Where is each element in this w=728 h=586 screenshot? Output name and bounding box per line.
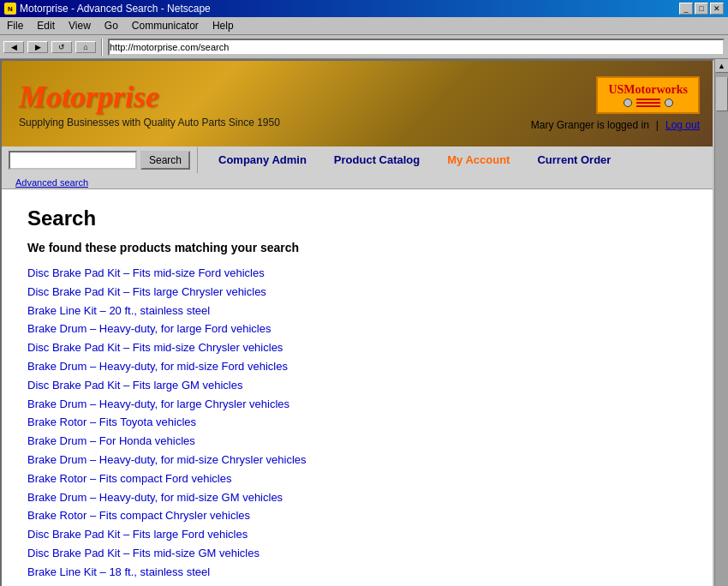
product-link[interactable]: Brake Drum – Heavy-duty, for mid-size Ch…: [27, 451, 687, 469]
brand-logo-graphic: [624, 99, 673, 107]
scrollbar-vertical[interactable]: ▲ ▼: [714, 59, 728, 586]
circle-right: [665, 99, 673, 107]
home-button[interactable]: ⌂: [75, 41, 96, 53]
scroll-thumb[interactable]: [716, 77, 728, 111]
content-area: Search We found these products matching …: [2, 189, 713, 586]
site-logo[interactable]: Motorprise: [19, 79, 280, 115]
product-link[interactable]: Brake Drum – Heavy-duty, for mid-size Fo…: [27, 358, 687, 376]
menu-go[interactable]: Go: [101, 19, 122, 33]
close-button[interactable]: ✕: [710, 3, 724, 15]
nav-bar: Search Company Admin Product Catalog My …: [2, 146, 713, 189]
product-link[interactable]: Disc Brake Pad Kit – Fits large Chrysler…: [27, 284, 687, 302]
product-link[interactable]: Brake Drum – Heavy-duty, for mid-size GM…: [27, 489, 687, 507]
scroll-track[interactable]: [715, 73, 729, 586]
product-link[interactable]: Brake Rotor – Fits compact Ford vehicles: [27, 470, 687, 488]
nav-links: Company Admin Product Catalog My Account…: [198, 146, 631, 173]
product-link[interactable]: Disc Brake Pad Kit – Fits large Ford veh…: [27, 526, 687, 544]
header-right: USMotorworks Mary Granger is: [518, 68, 713, 140]
back-button[interactable]: ◀: [3, 41, 24, 53]
page-title: Search: [27, 206, 687, 230]
results-header: We found these products matching your se…: [27, 241, 687, 254]
search-area: Search: [2, 147, 198, 173]
product-link[interactable]: Brake Drum – Heavy-duty, for large Chrys…: [27, 396, 687, 414]
line-1: [636, 99, 660, 100]
site-header: Motorprise Supplying Businesses with Qua…: [2, 61, 713, 146]
product-link[interactable]: Brake Rotor – Fits compact GM vehicles: [27, 583, 687, 586]
product-link[interactable]: Disc Brake Pad Kit – Fits mid-size Chrys…: [27, 339, 687, 357]
nav-company-admin[interactable]: Company Admin: [205, 146, 320, 173]
toolbar-sep: [101, 39, 103, 56]
product-link[interactable]: Brake Line Kit – 18 ft., stainless steel: [27, 564, 687, 582]
nav-product-catalog[interactable]: Product Catalog: [320, 146, 433, 173]
menu-communicator[interactable]: Communicator: [128, 19, 202, 33]
separator: |: [656, 119, 659, 131]
browser-inner: Motorprise Supplying Businesses with Qua…: [0, 59, 714, 586]
maximize-button[interactable]: □: [695, 3, 708, 15]
menu-help[interactable]: Help: [209, 19, 237, 33]
brand-lines: [636, 99, 660, 107]
nav-my-account[interactable]: My Account: [433, 146, 523, 173]
nav-wrapper: Search Company Admin Product Catalog My …: [2, 146, 631, 188]
search-button[interactable]: Search: [140, 151, 190, 170]
menu-edit[interactable]: Edit: [33, 19, 58, 33]
menubar: File Edit View Go Communicator Help: [0, 17, 728, 35]
user-info: Mary Granger is logged in | Log out: [531, 119, 700, 131]
toolbar: ◀ ▶ ↺ ⌂: [0, 35, 728, 59]
window-controls[interactable]: _ □ ✕: [679, 3, 724, 15]
line-3: [636, 105, 660, 107]
nav-current-order[interactable]: Current Order: [523, 146, 624, 173]
address-bar[interactable]: [108, 39, 725, 56]
app-icon: N: [4, 3, 16, 15]
product-link[interactable]: Disc Brake Pad Kit – Fits mid-size Ford …: [27, 265, 687, 283]
logout-link[interactable]: Log out: [665, 119, 700, 131]
user-greeting: Mary Granger is logged in: [531, 119, 649, 131]
product-link[interactable]: Brake Line Kit – 20 ft., stainless steel: [27, 302, 687, 320]
site-tagline: Supplying Businesses with Quality Auto P…: [19, 117, 280, 129]
browser-outer: Motorprise Supplying Businesses with Qua…: [0, 59, 728, 586]
reload-button[interactable]: ↺: [51, 41, 72, 53]
advanced-search-link[interactable]: Advanced search: [9, 177, 88, 188]
circle-left: [624, 99, 632, 107]
nav-search-section: Advanced search: [2, 173, 631, 188]
forward-button[interactable]: ▶: [27, 41, 48, 53]
product-list: Disc Brake Pad Kit – Fits mid-size Ford …: [27, 265, 687, 586]
product-link[interactable]: Brake Drum – Heavy-duty, for large Ford …: [27, 320, 687, 338]
browser-content: Motorprise Supplying Businesses with Qua…: [0, 59, 714, 586]
window-title: Motorprise - Advanced Search - Netscape: [20, 3, 211, 15]
titlebar: N Motorprise - Advanced Search - Netscap…: [0, 0, 728, 17]
line-2: [636, 102, 660, 104]
logo-area: Motorprise Supplying Businesses with Qua…: [2, 70, 297, 137]
menu-file[interactable]: File: [3, 19, 27, 33]
brand-logo-text: USMotorworks: [608, 83, 688, 97]
product-link[interactable]: Brake Rotor – Fits compact Chrysler vehi…: [27, 507, 687, 525]
product-link[interactable]: Disc Brake Pad Kit – Fits mid-size GM ve…: [27, 545, 687, 563]
search-input[interactable]: [9, 151, 137, 170]
product-link[interactable]: Brake Drum – For Honda vehicles: [27, 433, 687, 451]
nav-top: Search Company Admin Product Catalog My …: [2, 146, 631, 173]
product-link[interactable]: Brake Rotor – Fits Toyota vehicles: [27, 414, 687, 432]
product-link[interactable]: Disc Brake Pad Kit – Fits large GM vehic…: [27, 377, 687, 395]
minimize-button[interactable]: _: [679, 3, 693, 15]
menu-view[interactable]: View: [65, 19, 94, 33]
scroll-up-button[interactable]: ▲: [715, 59, 729, 73]
brand-logo: USMotorworks: [596, 76, 700, 114]
